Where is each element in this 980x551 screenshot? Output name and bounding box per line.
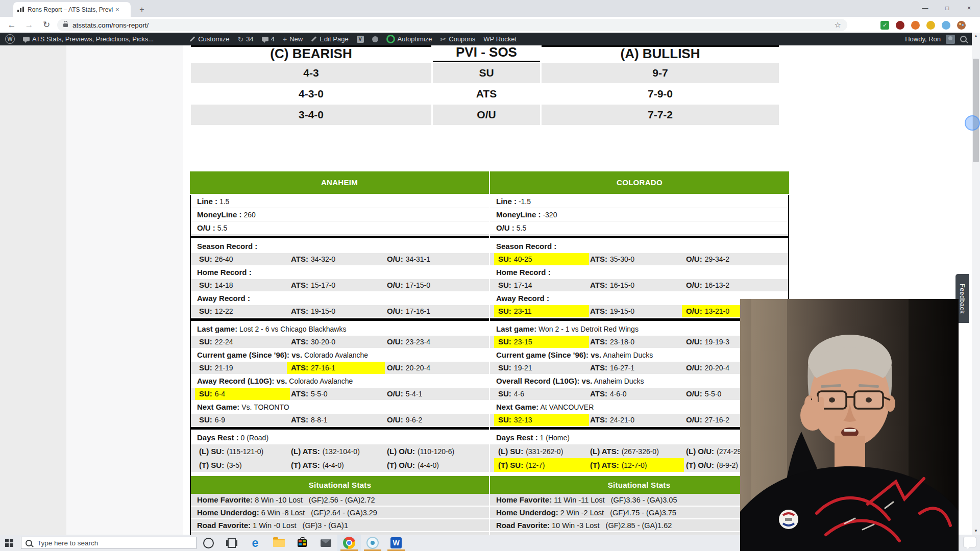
mail-icon[interactable] <box>314 535 337 551</box>
url-text[interactable]: atsstats.com/rons-report/ <box>72 21 835 29</box>
section-divider <box>490 236 788 238</box>
media-player-icon[interactable] <box>361 535 384 551</box>
su-stat-cell: (L) SU:(115-121-0) <box>195 444 290 458</box>
row-label: Home Record : <box>197 268 252 277</box>
stat-label: O/U: <box>387 253 403 265</box>
scrollbar-thumb[interactable] <box>973 59 979 162</box>
tab-close-icon[interactable]: × <box>115 6 119 13</box>
row-value: Lost 2 - 6 vs Chicago Blackhawks <box>237 325 346 333</box>
green-check-extension-icon[interactable]: ✓ <box>880 21 889 30</box>
admin-bar-coupons[interactable]: ✂ Coupons <box>440 35 476 43</box>
presenter-webcam-video <box>740 299 959 551</box>
howdy-label[interactable]: Howdy, Ron <box>905 35 941 43</box>
new-tab-button[interactable]: + <box>136 4 148 15</box>
ats-stat-cell: ATS:15-17-0 <box>287 279 385 291</box>
stat-label: (T) ATS: <box>291 459 320 471</box>
ats-stat-cell: ATS:35-30-0 <box>586 253 684 265</box>
start-button-icon[interactable] <box>5 539 14 547</box>
stat-label: ATS: <box>590 279 607 291</box>
plugin-icon-1[interactable]: V <box>357 36 364 43</box>
situational-value: 11 Win -11 Lost (GF)3.36 - (GA)3.05 <box>552 496 677 504</box>
cortana-icon[interactable] <box>197 535 220 551</box>
label-row: Home Record : <box>490 265 788 279</box>
wp-logo-icon[interactable]: W <box>5 34 15 44</box>
ou-stat-cell: O/U:16-13-2 <box>682 279 788 291</box>
su-stat-cell: SU:6-9 <box>195 414 290 426</box>
row-value: At VANCOUVER <box>538 403 594 411</box>
stat-label: (T) O/U: <box>686 459 714 471</box>
admin-bar-new[interactable]: + New <box>283 35 303 43</box>
orange-extension-icon[interactable] <box>911 21 920 30</box>
reload-icon[interactable]: ↻ <box>40 18 53 31</box>
stat-value: 17-16-1 <box>406 305 430 317</box>
summary-cell: O/U <box>433 105 540 125</box>
user-avatar[interactable] <box>946 35 955 44</box>
stat-label: SU: <box>498 414 511 426</box>
forward-icon[interactable]: → <box>22 18 36 31</box>
stat-label: ATS: <box>590 388 607 400</box>
stats-row: SU:26-40ATS:34-32-0O/U:34-31-1 <box>191 253 489 265</box>
summary-cell: 7-9-0 <box>542 84 779 104</box>
task-view-icon[interactable] <box>220 535 243 551</box>
admin-bar-customize[interactable]: Customize <box>189 35 229 43</box>
stat-label: (T) ATS: <box>590 459 619 471</box>
stat-label: (T) SU: <box>199 459 224 471</box>
chrome-icon[interactable] <box>337 535 361 551</box>
stat-label: ATS: <box>291 414 308 426</box>
admin-bar-autoptimize[interactable]: Autoptimize <box>386 35 432 43</box>
search-input[interactable] <box>36 539 181 547</box>
admin-search-icon[interactable] <box>960 36 967 42</box>
stat-value: 8-8-1 <box>311 414 328 426</box>
admin-bar-updates[interactable]: ↻ 34 <box>238 35 254 43</box>
stat-label: ATS: <box>291 336 308 348</box>
browser-tab[interactable]: Rons Report – ATS Stats, Preview × <box>13 2 131 17</box>
scroll-up-icon[interactable]: ▲ <box>972 33 980 40</box>
back-icon[interactable]: ← <box>5 18 18 31</box>
plugin-icon-2[interactable] <box>372 36 378 42</box>
info-value: -1.5 <box>517 197 531 206</box>
close-button[interactable]: × <box>958 0 980 17</box>
word-icon[interactable]: W <box>384 535 408 551</box>
admin-bar-comments[interactable]: 4 <box>262 35 275 43</box>
admin-bar-wp-rocket[interactable]: WP Rocket <box>483 35 517 43</box>
edge-icon[interactable]: e <box>243 535 267 551</box>
scroll-down-icon[interactable]: ▼ <box>972 528 980 535</box>
stat-label: (L) O/U: <box>387 445 415 458</box>
red-extension-icon[interactable] <box>896 21 904 30</box>
blue-extension-icon[interactable] <box>942 21 950 30</box>
info-row: Line : 1.5 <box>191 195 489 208</box>
row-label: Overall Record (L10G): vs. <box>496 377 592 385</box>
scrollbar[interactable]: ▲ ▼ <box>972 33 980 535</box>
stat-value: 4-6 <box>514 388 524 400</box>
ats-stat-cell: ATS:5-5-0 <box>287 388 385 400</box>
stat-label: ATS: <box>291 279 308 291</box>
row-value: Anaheim Ducks <box>592 377 644 385</box>
admin-bar-edit-page[interactable]: Edit Page <box>311 35 348 43</box>
taskbar-search[interactable] <box>21 537 197 549</box>
stat-value: 5-5-0 <box>311 388 328 400</box>
bookmark-star-icon[interactable]: ☆ <box>835 20 841 30</box>
palette-extension-icon[interactable] <box>957 21 966 30</box>
stat-label: SU: <box>199 253 212 265</box>
chat-tray-icon[interactable] <box>964 537 976 547</box>
minimize-button[interactable]: — <box>914 0 936 17</box>
stat-value: 4-6-0 <box>610 388 627 400</box>
ats-stat-cell: (L) ATS:(267-326-0) <box>586 444 684 458</box>
file-explorer-icon[interactable] <box>267 535 290 551</box>
address-bar[interactable]: atsstats.com/rons-report/ ☆ <box>57 19 847 31</box>
ats-stat-cell: ATS:23-18-0 <box>586 336 684 348</box>
situational-value: 1 Win -0 Lost (GF)3 - (GA)1 <box>251 521 348 530</box>
maximize-button[interactable]: □ <box>936 0 958 17</box>
admin-bar-site-name[interactable]: ATS Stats, Previews, Predictions, Picks.… <box>23 35 154 43</box>
row-label: Away Record : <box>496 294 549 303</box>
su-stat-cell: SU:21-19 <box>195 362 290 374</box>
ou-stat-cell: O/U:20-20-4 <box>383 362 489 374</box>
summary-cell: 4-3-0 <box>191 84 431 104</box>
stat-label: SU: <box>498 362 511 374</box>
yellow-extension-icon[interactable] <box>926 21 935 30</box>
microsoft-store-icon[interactable] <box>290 535 314 551</box>
stat-label: O/U: <box>387 305 403 317</box>
stat-value: 34-32-0 <box>311 253 335 265</box>
stat-value: 19-21 <box>514 362 532 374</box>
page-left-margin-inner <box>66 45 183 535</box>
